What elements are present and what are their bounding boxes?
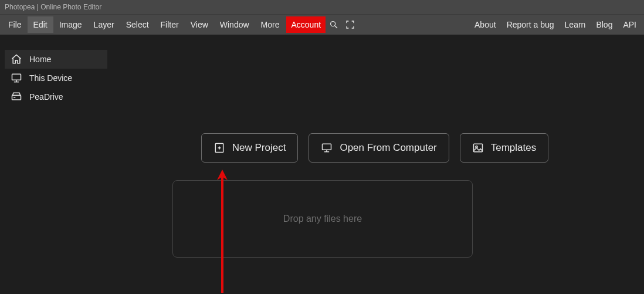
fullscreen-icon[interactable]: [342, 16, 358, 33]
open-from-computer-label: Open From Computer: [340, 142, 436, 154]
link-report[interactable]: Report a bug: [501, 16, 560, 33]
menu-account-label: Account: [291, 20, 321, 29]
svg-rect-10: [323, 144, 331, 150]
dropzone-text: Drop any files here: [283, 214, 362, 224]
sidebar-item-home[interactable]: Home: [5, 50, 107, 69]
menu-select[interactable]: Select: [120, 16, 155, 33]
window-titlebar: Photopea | Online Photo Editor: [0, 0, 644, 15]
image-icon: [472, 142, 484, 154]
svg-rect-13: [473, 144, 482, 151]
link-learn-label: Learn: [565, 20, 586, 29]
new-project-button[interactable]: New Project: [201, 133, 299, 163]
svg-point-0: [331, 22, 335, 26]
menu-image-label: Image: [59, 20, 82, 29]
menu-view-label: View: [191, 20, 208, 29]
monitor-icon: [321, 142, 333, 154]
link-about[interactable]: About: [469, 16, 501, 33]
svg-line-1: [335, 26, 337, 28]
menu-select-label: Select: [126, 20, 149, 29]
sidebar-item-label: This Device: [29, 73, 72, 83]
drive-icon: [11, 91, 22, 103]
home-icon: [11, 53, 22, 65]
search-icon[interactable]: [326, 16, 342, 33]
sidebar-item-label: Home: [29, 55, 51, 64]
menu-window[interactable]: Window: [214, 16, 255, 33]
action-button-row: New Project Open From Computer Templates: [117, 133, 632, 163]
menu-filter-label: Filter: [161, 20, 179, 29]
menu-file-label: File: [8, 20, 22, 29]
menu-account[interactable]: Account: [286, 16, 326, 33]
open-from-computer-button[interactable]: Open From Computer: [309, 133, 449, 163]
menu-more-label: More: [261, 20, 280, 29]
main-panel: New Project Open From Computer Templates…: [117, 35, 632, 294]
menu-file[interactable]: File: [2, 16, 28, 33]
menu-layer[interactable]: Layer: [88, 16, 120, 33]
sidebar: Home This Device PeaDrive: [5, 50, 107, 106]
menu-edit-label: Edit: [33, 20, 48, 29]
templates-button[interactable]: Templates: [460, 133, 548, 163]
window-title: Photopea | Online Photo Editor: [5, 3, 101, 11]
svg-rect-2: [12, 74, 21, 80]
menu-view[interactable]: View: [185, 16, 214, 33]
link-api[interactable]: API: [618, 16, 642, 33]
monitor-icon: [11, 72, 22, 84]
menu-window-label: Window: [220, 20, 249, 29]
menu-more[interactable]: More: [255, 16, 286, 33]
templates-label: Templates: [491, 142, 536, 154]
menu-layer-label: Layer: [94, 20, 114, 29]
menu-image[interactable]: Image: [53, 16, 88, 33]
new-project-icon: [213, 142, 225, 154]
sidebar-item-label: PeaDrive: [29, 92, 63, 102]
link-about-label: About: [474, 20, 496, 29]
link-learn[interactable]: Learn: [560, 16, 591, 33]
link-blog[interactable]: Blog: [591, 16, 618, 33]
menubar: File Edit Image Layer Select Filter View…: [0, 15, 644, 35]
menu-edit[interactable]: Edit: [28, 16, 53, 33]
sidebar-item-device[interactable]: This Device: [5, 69, 107, 87]
link-report-label: Report a bug: [507, 20, 554, 29]
link-api-label: API: [623, 20, 636, 29]
content-area: Home This Device PeaDrive New Project: [0, 35, 644, 294]
menu-filter[interactable]: Filter: [155, 16, 185, 33]
link-blog-label: Blog: [596, 20, 612, 29]
dropzone[interactable]: Drop any files here: [172, 180, 473, 258]
new-project-label: New Project: [232, 142, 286, 154]
sidebar-item-peadrive[interactable]: PeaDrive: [5, 87, 107, 106]
svg-rect-5: [12, 96, 21, 100]
